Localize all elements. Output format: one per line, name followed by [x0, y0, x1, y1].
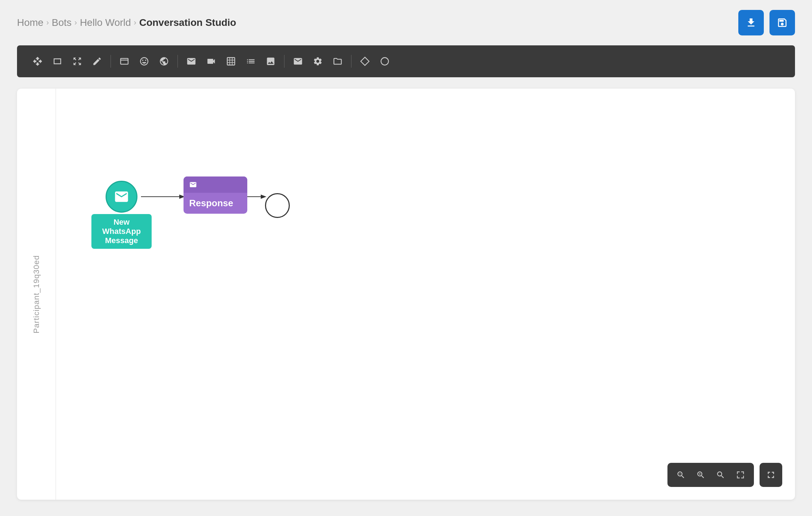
breadcrumb: Home › Bots › Hello World › Conversation…	[17, 17, 236, 28]
breadcrumb-current: Conversation Studio	[139, 17, 236, 28]
divider-4	[351, 55, 351, 68]
start-node-circle	[106, 181, 137, 213]
select-tool-icon[interactable]	[48, 52, 67, 71]
edit-tool-icon[interactable]	[88, 52, 106, 71]
fit-button[interactable]	[731, 466, 750, 484]
envelope-tool-icon[interactable]	[289, 52, 307, 71]
divider-1	[111, 55, 111, 68]
participant-text: Participant_19q30ed	[32, 255, 41, 333]
table-tool-icon[interactable]	[222, 52, 240, 71]
top-actions	[738, 10, 795, 35]
list-tool-icon[interactable]	[242, 52, 260, 71]
start-node-label: New WhatsApp Message	[91, 214, 152, 249]
target-tool-icon[interactable]	[155, 52, 173, 71]
breadcrumb-bots[interactable]: Bots	[52, 17, 72, 28]
connections-svg	[56, 89, 795, 500]
zoom-in-button[interactable]	[692, 466, 710, 484]
split-tool-icon[interactable]	[68, 52, 86, 71]
response-node-label: Response	[184, 193, 247, 214]
panel-tool-icon[interactable]	[115, 52, 134, 71]
diamond-tool-icon[interactable]	[356, 52, 374, 71]
zoom-controls	[667, 463, 754, 487]
start-node[interactable]: New WhatsApp Message	[91, 181, 152, 249]
zoom-out-button[interactable]	[711, 466, 730, 484]
expand-button[interactable]	[760, 463, 782, 487]
breadcrumb-sep3: ›	[134, 18, 136, 27]
participant-label: Participant_19q30ed	[17, 89, 56, 500]
save-button[interactable]	[769, 10, 795, 35]
response-node-header	[184, 176, 247, 193]
divider-3	[284, 55, 284, 68]
svg-marker-7	[361, 57, 369, 65]
settings-tool-icon[interactable]	[309, 52, 327, 71]
response-node[interactable]: Response	[184, 176, 247, 214]
download-button[interactable]	[738, 10, 764, 35]
canvas-controls	[667, 463, 782, 487]
folder-tool-icon[interactable]	[328, 52, 347, 71]
image-tool-icon[interactable]	[261, 52, 280, 71]
canvas-container: Participant_19q30ed New WhatsApp Message	[17, 89, 795, 500]
svg-rect-2	[227, 58, 235, 65]
circle-tool-icon[interactable]	[376, 52, 394, 71]
breadcrumb-sep1: ›	[46, 18, 49, 27]
breadcrumb-sep2: ›	[74, 18, 77, 27]
divider-2	[177, 55, 178, 68]
video-tool-icon[interactable]	[202, 52, 220, 71]
breadcrumb-home[interactable]: Home	[17, 17, 44, 28]
top-bar: Home › Bots › Hello World › Conversation…	[0, 0, 812, 45]
flow-area[interactable]: New WhatsApp Message Response	[56, 89, 795, 500]
mail-tool-icon[interactable]	[182, 52, 201, 71]
toolbar	[17, 45, 795, 77]
svg-point-8	[381, 58, 389, 65]
move-tool-icon[interactable]	[28, 52, 47, 71]
breadcrumb-project[interactable]: Hello World	[80, 17, 131, 28]
emoji-tool-icon[interactable]	[135, 52, 153, 71]
end-node[interactable]	[265, 193, 290, 218]
zoom-out-more-button[interactable]	[672, 466, 690, 484]
